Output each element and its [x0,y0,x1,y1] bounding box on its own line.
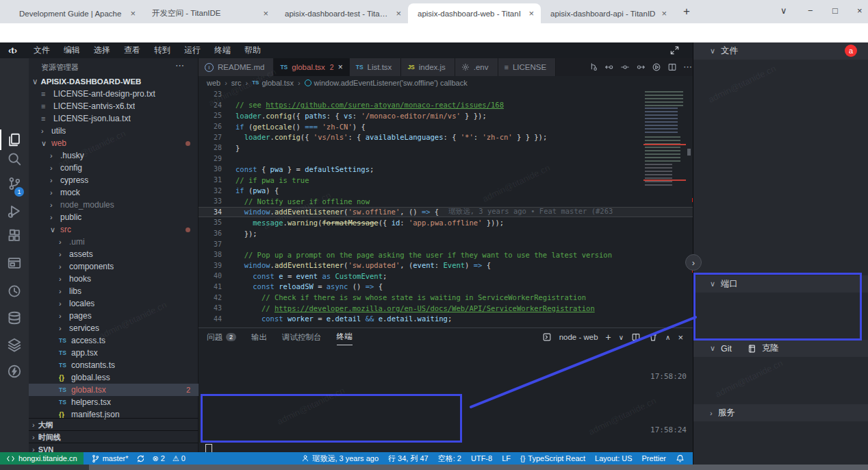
more-actions-icon[interactable]: ⋯ [683,62,692,72]
editor-tab[interactable]: TS List.tsx [350,58,402,76]
tree-item[interactable]: › locales [29,297,199,310]
tree-item[interactable]: › mock [29,186,199,199]
run-debug-icon[interactable] [7,203,22,219]
tree-item[interactable]: ≡ LICENSE-ant-design-pro.txt [29,88,199,100]
tree-item[interactable]: › node_modules [29,199,199,211]
tree-item[interactable]: › pages [29,310,199,322]
tree-item[interactable]: › public [29,211,199,223]
sync-button[interactable] [136,454,145,463]
tree-item[interactable]: ∨ src [29,223,199,236]
code-line[interactable]: 35 message.warning(formatMessage({ id: '… [199,217,693,228]
errors-item[interactable]: ⊗ 2 [153,454,165,463]
browser-tab[interactable]: 开发空间 - TitanIDE × [142,3,275,23]
browser-tab-close-icon[interactable]: × [261,8,270,18]
menubar-item[interactable]: 选择 [87,45,117,56]
code-line[interactable]: 29 [199,153,693,164]
code-graph-icon[interactable] [589,62,598,72]
browser-tab[interactable]: apisix-dashboard-test - TitanID × [275,3,408,23]
tree-item[interactable]: › config [29,162,199,174]
code-line[interactable]: 24 // see https://github.com/suren-atoya… [199,100,693,111]
new-terminal-icon[interactable]: + [606,332,611,343]
editor-tab[interactable]: .env [455,58,498,76]
eol-item[interactable]: LF [502,454,511,462]
remote-indicator[interactable]: hongxi.titanide.cn [0,452,84,465]
encoding-item[interactable]: UTF-8 [471,454,492,462]
code-line[interactable]: 40 const e = event as CustomEvent; [199,271,693,282]
browser-tab-close-icon[interactable]: × [660,8,668,18]
tree-item[interactable]: › cypress [29,174,199,186]
nav-current-icon[interactable] [620,62,630,72]
editor-tab[interactable]: ≡ LICENSE [498,58,557,76]
menubar-item[interactable]: 编辑 [57,45,87,56]
window-close-icon[interactable]: × [857,5,863,16]
panel-tab[interactable]: 输出 [251,332,267,345]
code-line[interactable]: 37 [199,238,693,249]
browser-tab-close-icon[interactable]: × [394,8,403,18]
tree-item[interactable]: › libs [29,285,199,297]
search-icon[interactable] [7,151,22,166]
code-line[interactable]: 41 const reloadSW = async () => { [199,282,693,293]
browser-tab[interactable]: Development Guide | Apache × [10,3,142,23]
window-minimize-icon[interactable]: − [808,5,813,16]
terminal-dropdown-icon[interactable]: ∨ [619,334,624,341]
tree-root[interactable]: ∨ APISIX-DASHBOARD-WEB [29,75,198,88]
explorer-icon[interactable] [7,132,22,147]
nav-back-icon[interactable] [604,62,614,72]
tree-item[interactable]: › assets [29,248,199,260]
menubar-item[interactable]: 查看 [117,45,147,56]
menubar-item[interactable]: 文件 [27,45,57,56]
git-branch-item[interactable]: master* [91,454,129,463]
code-editor[interactable]: 23 24 // see https://github.com/suren-at… [199,89,693,327]
code-line[interactable]: 44 const worker = e.detail && e.detail.w… [199,313,693,324]
terminal-shell-label[interactable]: node - web [559,333,598,341]
code-line[interactable]: 23 [199,89,693,100]
editor-tab[interactable]: TS global.tsx 2 × [274,58,349,76]
preview-icon[interactable] [7,256,22,271]
clone-icon[interactable] [747,344,756,354]
file-section-header[interactable]: ∨ 文件 [693,42,868,60]
kill-terminal-icon[interactable] [648,332,658,342]
cursor-position-item[interactable]: 行 34, 列 47 [388,454,429,464]
code-line[interactable]: 26 if (getLocale() === 'zh-CN') { [199,121,693,132]
editor-scrollbar[interactable] [687,149,691,156]
code-line[interactable]: 31 // if pwa is true [199,175,693,186]
code-line[interactable]: 28 } [199,143,693,153]
new-tab-button[interactable]: + [683,5,690,18]
breadcrumb-item[interactable]: src › [231,79,252,87]
code-line[interactable]: 38 // Pop up a prompt on the page asking… [199,249,693,260]
editor-tab[interactable]: i README.md [199,58,274,76]
browser-tab-close-icon[interactable]: × [129,8,137,18]
layers-icon[interactable] [7,337,22,352]
indentation-item[interactable]: 空格: 2 [438,454,461,464]
account-badge[interactable]: a [845,45,857,57]
code-line[interactable]: 25 loader.config({ paths: { vs: '/monaco… [199,110,693,121]
tree-item[interactable]: › services [29,322,199,334]
tree-item[interactable]: TS helpers.tsx [29,396,199,408]
timeline-section[interactable]: ›时间线 [29,430,199,443]
breadcrumb-item[interactable]: window.addEventListener('sw.offline') ca… [305,79,468,87]
close-panel-icon[interactable]: × [678,332,683,343]
notifications-bell-icon[interactable] [676,454,685,463]
expand-right-panel-button[interactable]: › [685,254,702,271]
git-section-header[interactable]: ∨ Git 克隆 [693,340,868,357]
breadcrumb-item[interactable]: TS global.tsx › [252,79,304,87]
explorer-more-icon[interactable]: ⋯ [175,60,184,71]
warnings-item[interactable]: ⚠ 0 [173,454,186,463]
services-section-header[interactable]: › 服务 [693,404,868,421]
window-menu-icon[interactable]: ∨ [780,5,787,16]
code-line[interactable]: 33 // Notify user if offline now [199,196,693,207]
tree-item[interactable]: ≡ LICENSE-antvis-x6.txt [29,100,199,112]
language-item[interactable]: {} TypeScript React [520,454,585,462]
tree-item[interactable]: › components [29,260,199,273]
code-line[interactable]: 30 const { pwa } = defaultSettings; [199,164,693,175]
minimap[interactable] [643,91,686,187]
editor-tab[interactable]: JS index.js [401,58,455,76]
outline-section[interactable]: ›大纲 [29,418,199,431]
tree-item[interactable]: ≡ LICENSE-json.lua.txt [29,112,199,125]
code-line[interactable]: 27 loader.config({ 'vs/nls': { available… [199,132,693,143]
browser-tab[interactable]: apisix-dashboard-web - TitanI × [408,3,541,23]
tree-item[interactable]: › utils [29,125,199,137]
panel-tab[interactable]: 问题 2 [207,332,236,345]
browser-tab-close-icon[interactable]: × [527,8,535,18]
history-icon[interactable] [7,284,22,299]
